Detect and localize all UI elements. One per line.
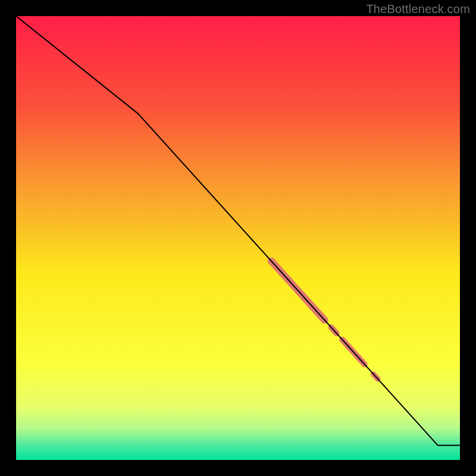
plot-area [16, 16, 460, 460]
attribution-label: TheBottleneck.com [366, 2, 470, 16]
plot-svg [16, 16, 460, 460]
chart-frame: TheBottleneck.com [0, 0, 476, 476]
gradient-background [16, 16, 460, 460]
